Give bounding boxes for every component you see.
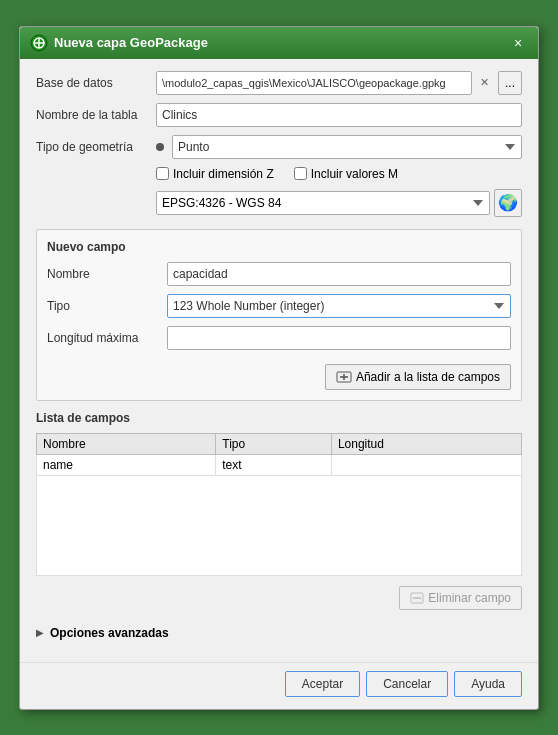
crs-globe-button[interactable]: 🌍 xyxy=(494,189,522,217)
tipo-control-wrap: 123 Whole Number (integer) xyxy=(167,294,511,318)
nombre-input[interactable] xyxy=(167,262,511,286)
include-z-label: Incluir dimensión Z xyxy=(173,167,274,181)
ok-button[interactable]: Aceptar xyxy=(285,671,360,697)
tipo-label: Tipo xyxy=(47,299,167,313)
db-path-input[interactable] xyxy=(156,71,472,95)
include-m-checkbox[interactable] xyxy=(294,167,307,180)
main-dialog: Nueva capa GeoPackage × Base de datos ✕ … xyxy=(19,26,539,710)
opciones-label: Opciones avanzadas xyxy=(50,626,169,640)
db-control-wrap: ✕ ... xyxy=(156,71,522,95)
checkboxes-row: Incluir dimensión Z Incluir valores M xyxy=(156,167,522,181)
longitud-control-wrap xyxy=(167,326,511,350)
col-nombre: Nombre xyxy=(37,433,216,454)
delete-field-label: Eliminar campo xyxy=(428,591,511,605)
cancel-button[interactable]: Cancelar xyxy=(366,671,448,697)
geometry-dot-icon xyxy=(156,143,164,151)
geometry-row: Tipo de geometría Punto xyxy=(36,135,522,159)
include-m-label: Incluir valores M xyxy=(311,167,398,181)
db-row: Base de datos ✕ ... xyxy=(36,71,522,95)
db-browse-button[interactable]: ... xyxy=(498,71,522,95)
geometry-label: Tipo de geometría xyxy=(36,140,156,154)
tipo-row: Tipo 123 Whole Number (integer) xyxy=(47,294,511,318)
crs-row: EPSG:4326 - WGS 84 🌍 xyxy=(156,189,522,217)
table-label: Nombre de la tabla xyxy=(36,108,156,122)
longitud-label: Longitud máxima xyxy=(47,331,167,345)
longitud-row: Longitud máxima xyxy=(47,326,511,350)
title-bar: Nueva capa GeoPackage × xyxy=(20,27,538,59)
nombre-control-wrap xyxy=(167,262,511,286)
row-nombre: name xyxy=(37,454,216,475)
nuevo-campo-section: Nuevo campo Nombre Tipo 123 Whole Number… xyxy=(36,229,522,401)
col-longitud: Longitud xyxy=(331,433,521,454)
qgis-logo-icon xyxy=(30,34,48,52)
include-z-checkbox-label[interactable]: Incluir dimensión Z xyxy=(156,167,274,181)
crs-select[interactable]: EPSG:4326 - WGS 84 xyxy=(156,191,490,215)
col-tipo: Tipo xyxy=(216,433,332,454)
table-spacer-row xyxy=(37,475,522,575)
table-row: Nombre de la tabla xyxy=(36,103,522,127)
row-longitud xyxy=(331,454,521,475)
close-button[interactable]: × xyxy=(508,33,528,53)
include-m-checkbox-label[interactable]: Incluir valores M xyxy=(294,167,398,181)
geometry-select[interactable]: Punto xyxy=(172,135,522,159)
nombre-label: Nombre xyxy=(47,267,167,281)
tipo-select[interactable]: 123 Whole Number (integer) xyxy=(167,294,511,318)
lista-campos-title: Lista de campos xyxy=(36,411,522,425)
dialog-body: Base de datos ✕ ... Nombre de la tabla T… xyxy=(20,59,538,662)
table-control-wrap xyxy=(156,103,522,127)
nuevo-campo-title: Nuevo campo xyxy=(47,240,511,254)
add-field-button[interactable]: Añadir a la lista de campos xyxy=(325,364,511,390)
help-button[interactable]: Ayuda xyxy=(454,671,522,697)
table-row[interactable]: name text xyxy=(37,454,522,475)
include-z-checkbox[interactable] xyxy=(156,167,169,180)
longitud-input[interactable] xyxy=(167,326,511,350)
table-name-input[interactable] xyxy=(156,103,522,127)
delete-field-button[interactable]: Eliminar campo xyxy=(399,586,522,610)
delete-field-icon xyxy=(410,591,424,605)
fields-table-section: Lista de campos Nombre Tipo Longitud nam… xyxy=(36,411,522,576)
geometry-control-wrap: Punto xyxy=(156,135,522,159)
row-tipo: text xyxy=(216,454,332,475)
dialog-title: Nueva capa GeoPackage xyxy=(54,35,208,50)
nombre-row: Nombre xyxy=(47,262,511,286)
opciones-avanzadas-row[interactable]: ▶ Opciones avanzadas xyxy=(36,626,522,640)
expand-icon: ▶ xyxy=(36,627,44,638)
add-field-label: Añadir a la lista de campos xyxy=(356,370,500,384)
add-field-icon xyxy=(336,369,352,385)
dialog-footer: Aceptar Cancelar Ayuda xyxy=(20,662,538,709)
db-clear-button[interactable]: ✕ xyxy=(476,74,494,92)
title-bar-left: Nueva capa GeoPackage xyxy=(30,34,208,52)
db-label: Base de datos xyxy=(36,76,156,90)
fields-table: Nombre Tipo Longitud name text xyxy=(36,433,522,576)
